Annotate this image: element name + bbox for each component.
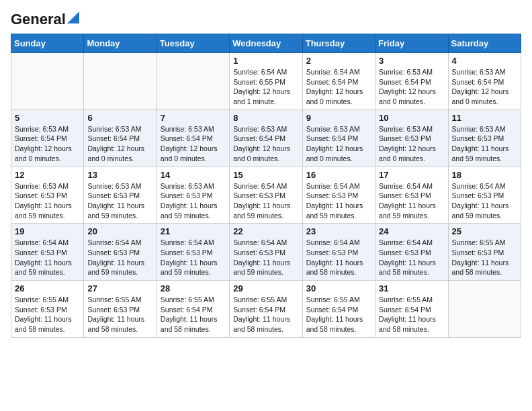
day-number: 25 (452, 226, 517, 236)
calendar-week-3: 12Sunrise: 6:53 AM Sunset: 6:53 PM Dayli… (11, 167, 521, 224)
day-number: 19 (15, 226, 80, 236)
day-number: 5 (15, 113, 80, 123)
day-info: Sunrise: 6:55 AM Sunset: 6:54 PM Dayligh… (379, 295, 444, 334)
calendar-cell: 28Sunrise: 6:55 AM Sunset: 6:54 PM Dayli… (157, 281, 229, 338)
svg-marker-0 (67, 11, 79, 24)
calendar-cell: 31Sunrise: 6:55 AM Sunset: 6:54 PM Dayli… (375, 281, 448, 338)
day-number: 7 (161, 113, 226, 123)
calendar-cell: 14Sunrise: 6:53 AM Sunset: 6:53 PM Dayli… (157, 167, 229, 224)
day-number: 27 (87, 283, 152, 293)
calendar-cell: 21Sunrise: 6:54 AM Sunset: 6:53 PM Dayli… (157, 224, 229, 281)
day-number: 30 (306, 283, 371, 293)
calendar-cell: 11Sunrise: 6:53 AM Sunset: 6:53 PM Dayli… (448, 109, 521, 167)
day-number: 24 (379, 226, 444, 236)
day-number: 18 (452, 170, 517, 180)
day-number: 20 (87, 226, 152, 236)
logo-general: General (11, 11, 66, 28)
day-info: Sunrise: 6:53 AM Sunset: 6:54 PM Dayligh… (15, 124, 80, 164)
day-info: Sunrise: 6:54 AM Sunset: 6:53 PM Dayligh… (306, 238, 371, 277)
day-info: Sunrise: 6:54 AM Sunset: 6:54 PM Dayligh… (306, 67, 371, 107)
day-number: 12 (15, 170, 80, 180)
day-info: Sunrise: 6:53 AM Sunset: 6:54 PM Dayligh… (452, 67, 517, 107)
day-number: 9 (306, 113, 371, 123)
day-number: 14 (161, 170, 226, 180)
calendar-cell: 4Sunrise: 6:53 AM Sunset: 6:54 PM Daylig… (448, 53, 521, 110)
day-info: Sunrise: 6:53 AM Sunset: 6:53 PM Dayligh… (161, 181, 226, 221)
calendar-cell: 10Sunrise: 6:53 AM Sunset: 6:53 PM Dayli… (375, 109, 448, 167)
calendar-cell: 5Sunrise: 6:53 AM Sunset: 6:54 PM Daylig… (11, 109, 84, 167)
weekday-header-thursday: Thursday (302, 34, 375, 53)
day-info: Sunrise: 6:53 AM Sunset: 6:53 PM Dayligh… (15, 181, 80, 221)
calendar-cell: 13Sunrise: 6:53 AM Sunset: 6:53 PM Dayli… (84, 167, 157, 224)
calendar-cell: 7Sunrise: 6:53 AM Sunset: 6:54 PM Daylig… (157, 109, 229, 167)
calendar-cell: 23Sunrise: 6:54 AM Sunset: 6:53 PM Dayli… (302, 224, 375, 281)
calendar-cell: 18Sunrise: 6:54 AM Sunset: 6:53 PM Dayli… (448, 167, 521, 224)
weekday-header-friday: Friday (375, 34, 448, 53)
calendar-cell: 15Sunrise: 6:54 AM Sunset: 6:53 PM Dayli… (230, 167, 302, 224)
day-number: 8 (233, 113, 298, 123)
calendar-cell: 16Sunrise: 6:54 AM Sunset: 6:53 PM Dayli… (302, 167, 375, 224)
calendar-table: SundayMondayTuesdayWednesdayThursdayFrid… (11, 34, 521, 338)
day-info: Sunrise: 6:53 AM Sunset: 6:53 PM Dayligh… (379, 124, 444, 164)
calendar-cell: 9Sunrise: 6:53 AM Sunset: 6:54 PM Daylig… (302, 109, 375, 167)
day-number: 1 (233, 56, 298, 66)
calendar-cell: 6Sunrise: 6:53 AM Sunset: 6:54 PM Daylig… (84, 109, 157, 167)
calendar-cell: 26Sunrise: 6:55 AM Sunset: 6:53 PM Dayli… (11, 281, 84, 338)
day-info: Sunrise: 6:55 AM Sunset: 6:53 PM Dayligh… (452, 238, 517, 277)
calendar-cell: 20Sunrise: 6:54 AM Sunset: 6:53 PM Dayli… (84, 224, 157, 281)
day-number: 29 (233, 283, 298, 293)
logo-triangle-icon (67, 11, 79, 24)
calendar-cell (157, 53, 229, 110)
day-info: Sunrise: 6:54 AM Sunset: 6:53 PM Dayligh… (161, 238, 226, 277)
calendar-cell: 25Sunrise: 6:55 AM Sunset: 6:53 PM Dayli… (448, 224, 521, 281)
day-info: Sunrise: 6:53 AM Sunset: 6:53 PM Dayligh… (452, 124, 517, 164)
weekday-header-sunday: Sunday (11, 34, 84, 53)
calendar-cell (84, 53, 157, 110)
day-number: 2 (306, 56, 371, 66)
day-info: Sunrise: 6:54 AM Sunset: 6:53 PM Dayligh… (379, 181, 444, 221)
calendar-cell: 29Sunrise: 6:55 AM Sunset: 6:54 PM Dayli… (230, 281, 302, 338)
day-info: Sunrise: 6:55 AM Sunset: 6:54 PM Dayligh… (233, 295, 298, 334)
day-info: Sunrise: 6:53 AM Sunset: 6:54 PM Dayligh… (161, 124, 226, 164)
calendar-week-1: 1Sunrise: 6:54 AM Sunset: 6:55 PM Daylig… (11, 53, 521, 110)
calendar-cell: 3Sunrise: 6:53 AM Sunset: 6:54 PM Daylig… (375, 53, 448, 110)
day-number: 22 (233, 226, 298, 236)
calendar-cell (448, 281, 521, 338)
day-number: 17 (379, 170, 444, 180)
day-info: Sunrise: 6:55 AM Sunset: 6:53 PM Dayligh… (87, 295, 152, 334)
weekday-header-wednesday: Wednesday (230, 34, 302, 53)
weekday-header-monday: Monday (84, 34, 157, 53)
calendar-cell: 24Sunrise: 6:54 AM Sunset: 6:53 PM Dayli… (375, 224, 448, 281)
day-number: 16 (306, 170, 371, 180)
day-number: 4 (452, 56, 517, 66)
calendar-cell: 19Sunrise: 6:54 AM Sunset: 6:53 PM Dayli… (11, 224, 84, 281)
day-number: 3 (379, 56, 444, 66)
day-info: Sunrise: 6:53 AM Sunset: 6:54 PM Dayligh… (379, 67, 444, 107)
calendar-week-5: 26Sunrise: 6:55 AM Sunset: 6:53 PM Dayli… (11, 281, 521, 338)
calendar-week-4: 19Sunrise: 6:54 AM Sunset: 6:53 PM Dayli… (11, 224, 521, 281)
day-number: 21 (161, 226, 226, 236)
day-number: 13 (87, 170, 152, 180)
calendar-cell: 17Sunrise: 6:54 AM Sunset: 6:53 PM Dayli… (375, 167, 448, 224)
day-number: 28 (161, 283, 226, 293)
day-info: Sunrise: 6:53 AM Sunset: 6:54 PM Dayligh… (306, 124, 371, 164)
weekday-header-tuesday: Tuesday (157, 34, 229, 53)
day-info: Sunrise: 6:55 AM Sunset: 6:54 PM Dayligh… (306, 295, 371, 334)
day-info: Sunrise: 6:54 AM Sunset: 6:53 PM Dayligh… (379, 238, 444, 277)
logo: General (11, 11, 79, 26)
day-number: 11 (452, 113, 517, 123)
day-info: Sunrise: 6:54 AM Sunset: 6:53 PM Dayligh… (452, 181, 517, 221)
calendar-week-2: 5Sunrise: 6:53 AM Sunset: 6:54 PM Daylig… (11, 109, 521, 167)
calendar-cell: 22Sunrise: 6:54 AM Sunset: 6:53 PM Dayli… (230, 224, 302, 281)
day-info: Sunrise: 6:53 AM Sunset: 6:54 PM Dayligh… (233, 124, 298, 164)
day-info: Sunrise: 6:54 AM Sunset: 6:53 PM Dayligh… (233, 238, 298, 277)
day-info: Sunrise: 6:53 AM Sunset: 6:54 PM Dayligh… (87, 124, 152, 164)
day-number: 26 (15, 283, 80, 293)
day-info: Sunrise: 6:54 AM Sunset: 6:53 PM Dayligh… (306, 181, 371, 221)
weekday-header-row: SundayMondayTuesdayWednesdayThursdayFrid… (11, 34, 521, 53)
day-info: Sunrise: 6:53 AM Sunset: 6:53 PM Dayligh… (87, 181, 152, 221)
weekday-header-saturday: Saturday (448, 34, 521, 53)
day-info: Sunrise: 6:54 AM Sunset: 6:53 PM Dayligh… (233, 181, 298, 221)
calendar-cell: 2Sunrise: 6:54 AM Sunset: 6:54 PM Daylig… (302, 53, 375, 110)
day-number: 6 (87, 113, 152, 123)
